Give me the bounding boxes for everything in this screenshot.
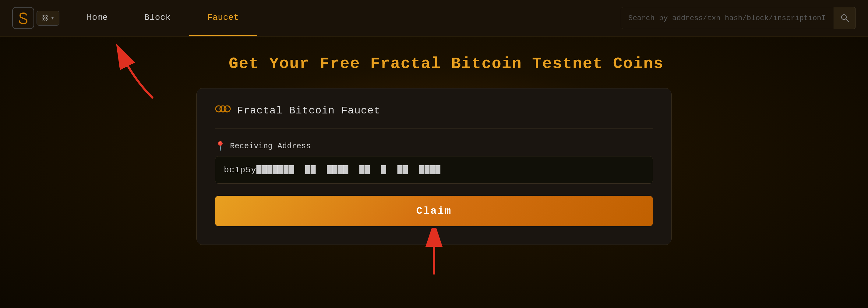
- page-title: Get Your Free Fractal Bitcoin Testnet Co…: [229, 55, 664, 73]
- logo-area: ⛓ ▾: [12, 7, 59, 29]
- faucet-card: Fractal Bitcoin Faucet 📍 Receiving Addre…: [196, 88, 672, 245]
- main-content: Get Your Free Fractal Bitcoin Testnet Co…: [0, 36, 868, 245]
- top-arrow-icon: [110, 43, 164, 104]
- chevron-down-icon: ▾: [51, 15, 54, 21]
- nav-home[interactable]: Home: [68, 0, 126, 36]
- search-input[interactable]: [621, 7, 834, 29]
- logo-dropdown[interactable]: ⛓ ▾: [36, 11, 59, 26]
- card-title: Fractal Bitcoin Faucet: [237, 105, 380, 116]
- nav-faucet[interactable]: Faucet: [189, 0, 257, 36]
- search-area: [621, 7, 856, 29]
- card-logo-icon: [215, 104, 231, 117]
- nav-links: Home Block Faucet: [68, 0, 257, 36]
- svg-line-1: [846, 19, 848, 22]
- pin-icon: 📍: [215, 141, 226, 151]
- card-header: Fractal Bitcoin Faucet: [215, 104, 653, 129]
- address-input[interactable]: [215, 156, 653, 184]
- top-arrow-annotation: [110, 43, 164, 105]
- svg-point-5: [224, 106, 230, 112]
- logo-icon: [12, 7, 34, 29]
- bottom-arrow-icon: [416, 228, 452, 277]
- address-label: 📍 Receiving Address: [215, 141, 653, 151]
- nav-block[interactable]: Block: [126, 0, 189, 36]
- claim-button[interactable]: Claim: [215, 196, 653, 226]
- navbar: ⛓ ▾ Home Block Faucet: [0, 0, 868, 36]
- chain-icon: ⛓: [42, 14, 49, 22]
- bottom-arrow-annotation: [416, 228, 452, 278]
- search-button[interactable]: [834, 7, 856, 29]
